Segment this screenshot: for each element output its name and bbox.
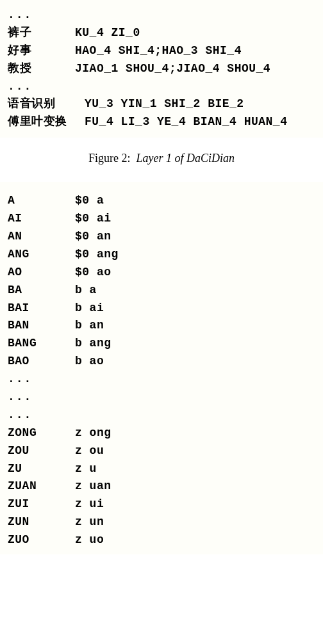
dict-row: ... (8, 78, 315, 96)
dict-row: AO$0 ao (8, 264, 315, 282)
dict-row: BANb an (8, 317, 315, 335)
dict-row: ... (8, 6, 315, 24)
dict-key: ZUO (8, 531, 75, 549)
dict-key: BANG (8, 335, 75, 353)
dict-row: 傅里叶变换FU_4 LI_3 YE_4 BIAN_4 HUAN_4 (8, 113, 315, 131)
dict-key: BA (8, 282, 75, 300)
dict-key: ... (8, 407, 75, 424)
dict-key: 教授 (8, 60, 75, 78)
dict-value: $0 ang (75, 246, 315, 264)
dict-key: ZONG (8, 424, 75, 442)
dict-key: BAN (8, 317, 75, 335)
dict-value: b an (75, 317, 315, 335)
dict-key: ANG (8, 246, 75, 264)
dict-row: ZUANz uan (8, 478, 315, 495)
dict-row: ... (8, 371, 315, 389)
dict-value: $0 ao (75, 264, 315, 282)
dict-value: b a (75, 282, 315, 300)
code-block-1: ...裤子KU_4 ZI_0好事HAO_4 SHI_4;HAO_3 SHI_4教… (0, 0, 323, 138)
dict-row: BAOb ao (8, 353, 315, 371)
dict-key: AN (8, 228, 75, 246)
dict-row: ZUz u (8, 460, 315, 478)
dict-value: z u (75, 460, 315, 478)
dict-row: AN$0 an (8, 228, 315, 246)
dict-key: ZU (8, 460, 75, 478)
dict-key: ... (8, 389, 75, 407)
dict-value: FU_4 LI_3 YE_4 BIAN_4 HUAN_4 (85, 113, 315, 131)
dict-value: b ang (75, 335, 315, 353)
dict-key: ZUAN (8, 478, 75, 495)
dict-key: 语音识别 (8, 95, 85, 113)
dict-key: A (8, 192, 75, 210)
dict-key: ... (8, 78, 75, 96)
dict-value: z uan (75, 478, 315, 495)
dict-key: BAI (8, 300, 75, 318)
code-block-2: A$0 aAI$0 aiAN$0 anANG$0 angAO$0 aoBAb a… (0, 182, 323, 554)
dict-key: ZUI (8, 495, 75, 513)
dict-row: BANGb ang (8, 335, 315, 353)
dict-key: 裤子 (8, 24, 75, 42)
dict-value: JIAO_1 SHOU_4;JIAO_4 SHOU_4 (75, 60, 315, 78)
dict-key: ZUN (8, 513, 75, 531)
dict-value: YU_3 YIN_1 SHI_2 BIE_2 (85, 95, 315, 113)
dict-key: ... (8, 371, 75, 389)
dict-row: 教授JIAO_1 SHOU_4;JIAO_4 SHOU_4 (8, 60, 315, 78)
dict-row: ... (8, 389, 315, 407)
dict-row: 裤子KU_4 ZI_0 (8, 24, 315, 42)
dict-row: ... (8, 407, 315, 424)
dict-row: BAb a (8, 282, 315, 300)
dict-row: ZONGz ong (8, 424, 315, 442)
dict-value: z un (75, 513, 315, 531)
dict-value: b ao (75, 353, 315, 371)
dict-key: ... (8, 6, 75, 24)
dict-row: A$0 a (8, 192, 315, 210)
dict-value: z ui (75, 495, 315, 513)
dict-row: ZUNz un (8, 513, 315, 531)
dict-key: 傅里叶变换 (8, 113, 85, 131)
dict-key: ZOU (8, 442, 75, 460)
dict-key: 好事 (8, 42, 75, 60)
caption-text: Layer 1 of DaCiDian (136, 152, 235, 165)
dict-row: ANG$0 ang (8, 246, 315, 264)
dict-row: AI$0 ai (8, 210, 315, 228)
dict-row: ZUOz uo (8, 531, 315, 549)
dict-value: z ong (75, 424, 315, 442)
dict-row: BAIb ai (8, 300, 315, 318)
dict-key: BAO (8, 353, 75, 371)
dict-row: 语音识别YU_3 YIN_1 SHI_2 BIE_2 (8, 95, 315, 113)
dict-value: z ou (75, 442, 315, 460)
dict-value: b ai (75, 300, 315, 318)
dict-value: $0 a (75, 192, 315, 210)
dict-value: $0 an (75, 228, 315, 246)
dict-value: KU_4 ZI_0 (75, 24, 315, 42)
caption-label: Figure 2: (88, 152, 131, 165)
dict-key: AO (8, 264, 75, 282)
dict-row: 好事HAO_4 SHI_4;HAO_3 SHI_4 (8, 42, 315, 60)
dict-value: HAO_4 SHI_4;HAO_3 SHI_4 (75, 42, 315, 60)
dict-value: z uo (75, 531, 315, 549)
dict-row: ZUIz ui (8, 495, 315, 513)
dict-key: AI (8, 210, 75, 228)
figure-caption: Figure 2: Layer 1 of DaCiDian (0, 138, 323, 182)
dict-value: $0 ai (75, 210, 315, 228)
dict-row: ZOUz ou (8, 442, 315, 460)
